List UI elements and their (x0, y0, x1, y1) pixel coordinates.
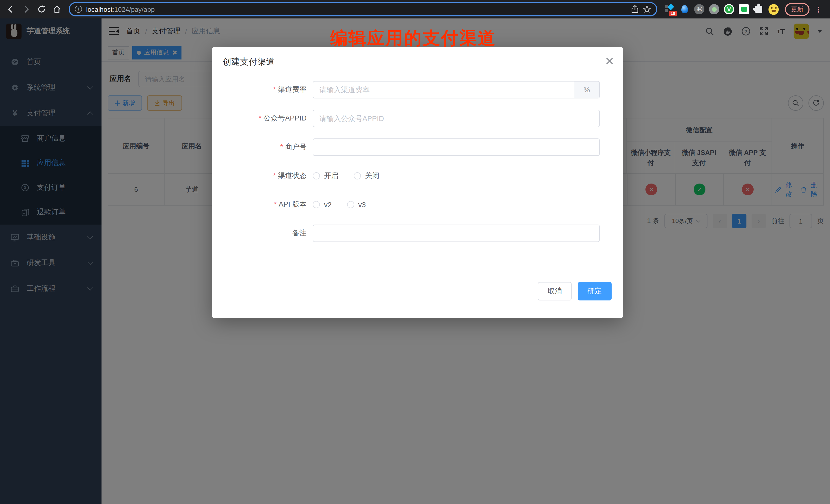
api-radio-v3[interactable]: v3 (347, 200, 366, 209)
extension-icon-command[interactable]: ⌘ (694, 4, 704, 14)
radio-icon (354, 172, 361, 180)
bookmark-star-icon[interactable] (643, 5, 651, 13)
field-rate: *渠道费率 % (212, 81, 623, 98)
cancel-button[interactable]: 取消 (538, 282, 572, 301)
merchant-input[interactable] (313, 138, 600, 156)
dialog-close-icon[interactable] (605, 57, 613, 65)
required-asterisk: * (259, 114, 261, 122)
remark-label: 备注 (292, 229, 307, 237)
browser-profile-avatar[interactable] (768, 4, 779, 14)
url-host: localhost (86, 5, 113, 13)
extension-icon-chat[interactable] (739, 4, 749, 14)
field-status: *渠道状态 开启 关闭 (212, 167, 623, 185)
remark-input[interactable] (313, 225, 600, 242)
annotation-text: 编辑应用的支付渠道 (330, 27, 496, 50)
site-info-icon[interactable]: i (75, 6, 82, 13)
url-bar[interactable]: i localhost:1024/pay/app (69, 2, 657, 17)
extension-icon-v[interactable]: V (724, 4, 734, 14)
appid-input[interactable] (313, 110, 600, 127)
field-merchant: *商户号 (212, 138, 623, 156)
rate-input[interactable] (313, 81, 574, 98)
screen: i localhost:1024/pay/app 10 ⌘ V 更新 ⋮ (0, 0, 830, 504)
browser-menu-icon[interactable]: ⋮ (815, 5, 822, 13)
status-label: 渠道状态 (278, 171, 307, 180)
extension-badge: 10 (669, 11, 677, 17)
status-radio-closed[interactable]: 关闭 (354, 171, 379, 181)
api-version-label: API 版本 (279, 200, 307, 208)
refresh-icon[interactable] (35, 3, 48, 16)
extension-icon-recorder[interactable] (709, 4, 719, 14)
appid-label: 公众号APPID (263, 114, 307, 122)
create-channel-dialog: 创建支付渠道 *渠道费率 % *公众号APPID (212, 47, 623, 318)
confirm-button[interactable]: 确定 (578, 282, 612, 301)
status-radio-open[interactable]: 开启 (313, 171, 338, 181)
url-text[interactable]: localhost:1024/pay/app (86, 5, 627, 13)
required-asterisk: * (274, 200, 277, 208)
api-radio-v2[interactable]: v2 (313, 200, 332, 209)
radio-label: v2 (324, 200, 332, 209)
extension-icon-tabs[interactable]: 10 (664, 4, 675, 14)
required-asterisk: * (280, 143, 283, 151)
app-root: 芋道管理系统 首页 系统管理 ¥ 支付管 (0, 19, 830, 504)
percent-append: % (574, 81, 600, 98)
merchant-label: 商户号 (285, 143, 307, 151)
rate-label: 渠道费率 (278, 85, 307, 93)
radio-icon (313, 172, 320, 180)
forward-icon[interactable] (20, 3, 33, 16)
field-api-version: *API 版本 v2 v3 (212, 196, 623, 213)
radio-label: 开启 (324, 171, 338, 181)
radio-icon (347, 201, 354, 208)
home-icon[interactable] (50, 3, 64, 16)
extensions-puzzle-icon[interactable] (754, 4, 764, 14)
field-remark: 备注 (212, 225, 623, 242)
browser-update-button[interactable]: 更新 (785, 3, 809, 15)
radio-label: 关闭 (365, 171, 379, 181)
share-icon[interactable] (631, 5, 639, 13)
radio-icon (313, 201, 320, 208)
browser-extensions: 10 ⌘ V (664, 4, 779, 14)
extension-icon-balloon[interactable] (679, 4, 690, 14)
radio-label: v3 (358, 200, 366, 209)
browser-chrome: i localhost:1024/pay/app 10 ⌘ V 更新 ⋮ (0, 0, 830, 19)
required-asterisk: * (273, 85, 276, 93)
back-icon[interactable] (4, 3, 18, 16)
required-asterisk: * (273, 171, 276, 180)
field-appid: *公众号APPID (212, 110, 623, 127)
url-path: :1024/pay/app (113, 5, 155, 13)
dialog-title: 创建支付渠道 (223, 56, 275, 68)
